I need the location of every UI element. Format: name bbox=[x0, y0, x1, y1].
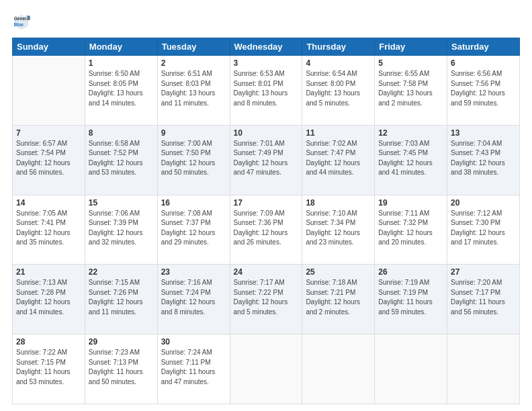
day-info: Sunrise: 6:58 AMSunset: 7:52 PMDaylight:… bbox=[89, 139, 154, 178]
day-info: Sunrise: 7:02 AMSunset: 7:47 PMDaylight:… bbox=[306, 139, 371, 178]
calendar-week-row: 1Sunrise: 6:50 AMSunset: 8:05 PMDaylight… bbox=[13, 56, 520, 126]
calendar-week-row: 7Sunrise: 6:57 AMSunset: 7:54 PMDaylight… bbox=[13, 125, 520, 195]
calendar-day-cell: 19Sunrise: 7:11 AMSunset: 7:32 PMDayligh… bbox=[375, 195, 447, 265]
logo-icon: General Blue bbox=[12, 12, 31, 31]
header: General Blue bbox=[12, 12, 520, 31]
day-info: Sunrise: 7:18 AMSunset: 7:21 PMDaylight:… bbox=[306, 278, 371, 317]
day-number: 25 bbox=[306, 267, 371, 277]
day-number: 22 bbox=[89, 267, 154, 277]
calendar-week-row: 14Sunrise: 7:05 AMSunset: 7:41 PMDayligh… bbox=[13, 195, 520, 265]
calendar-col-tuesday: Tuesday bbox=[157, 38, 230, 56]
calendar-day-cell: 7Sunrise: 6:57 AMSunset: 7:54 PMDaylight… bbox=[13, 125, 85, 195]
day-number: 23 bbox=[161, 267, 226, 277]
day-info: Sunrise: 7:17 AMSunset: 7:22 PMDaylight:… bbox=[234, 278, 299, 317]
calendar-day-cell: 5Sunrise: 6:55 AMSunset: 7:58 PMDaylight… bbox=[375, 56, 447, 126]
calendar-col-wednesday: Wednesday bbox=[230, 38, 302, 56]
calendar-col-thursday: Thursday bbox=[302, 38, 375, 56]
day-info: Sunrise: 6:56 AMSunset: 7:56 PMDaylight:… bbox=[451, 69, 516, 108]
calendar-day-cell: 22Sunrise: 7:15 AMSunset: 7:26 PMDayligh… bbox=[85, 265, 157, 334]
calendar-day-cell bbox=[230, 334, 302, 404]
calendar-day-cell: 12Sunrise: 7:03 AMSunset: 7:45 PMDayligh… bbox=[375, 125, 447, 195]
day-number: 7 bbox=[16, 128, 81, 138]
calendar-day-cell: 26Sunrise: 7:19 AMSunset: 7:19 PMDayligh… bbox=[375, 265, 447, 334]
calendar-day-cell: 16Sunrise: 7:08 AMSunset: 7:37 PMDayligh… bbox=[157, 195, 230, 265]
day-info: Sunrise: 6:57 AMSunset: 7:54 PMDaylight:… bbox=[16, 139, 81, 178]
day-info: Sunrise: 7:08 AMSunset: 7:37 PMDaylight:… bbox=[161, 209, 226, 248]
calendar-day-cell: 28Sunrise: 7:22 AMSunset: 7:15 PMDayligh… bbox=[13, 334, 85, 404]
day-info: Sunrise: 7:03 AMSunset: 7:45 PMDaylight:… bbox=[378, 139, 443, 178]
day-info: Sunrise: 7:11 AMSunset: 7:32 PMDaylight:… bbox=[378, 209, 443, 248]
day-number: 3 bbox=[234, 58, 299, 68]
day-info: Sunrise: 7:05 AMSunset: 7:41 PMDaylight:… bbox=[16, 209, 81, 248]
day-number: 5 bbox=[378, 58, 443, 68]
page: General Blue SundayMondayTuesdayWednesda… bbox=[0, 0, 532, 411]
day-info: Sunrise: 7:22 AMSunset: 7:15 PMDaylight:… bbox=[16, 348, 81, 387]
day-info: Sunrise: 7:06 AMSunset: 7:39 PMDaylight:… bbox=[89, 209, 154, 248]
calendar-day-cell bbox=[302, 334, 375, 404]
calendar-day-cell bbox=[375, 334, 447, 404]
calendar-day-cell: 25Sunrise: 7:18 AMSunset: 7:21 PMDayligh… bbox=[302, 265, 375, 334]
calendar-day-cell: 11Sunrise: 7:02 AMSunset: 7:47 PMDayligh… bbox=[302, 125, 375, 195]
day-number: 12 bbox=[378, 128, 443, 138]
day-number: 29 bbox=[89, 337, 154, 347]
calendar-day-cell: 17Sunrise: 7:09 AMSunset: 7:36 PMDayligh… bbox=[230, 195, 302, 265]
calendar-col-sunday: Sunday bbox=[13, 38, 85, 56]
day-number: 6 bbox=[451, 58, 516, 68]
day-number: 2 bbox=[161, 58, 226, 68]
day-number: 21 bbox=[16, 267, 81, 277]
day-number: 30 bbox=[161, 337, 226, 347]
calendar-day-cell: 27Sunrise: 7:20 AMSunset: 7:17 PMDayligh… bbox=[447, 265, 520, 334]
day-info: Sunrise: 6:51 AMSunset: 8:03 PMDaylight:… bbox=[161, 69, 226, 108]
calendar-table: SundayMondayTuesdayWednesdayThursdayFrid… bbox=[12, 38, 520, 404]
calendar-day-cell: 29Sunrise: 7:23 AMSunset: 7:13 PMDayligh… bbox=[85, 334, 157, 404]
day-info: Sunrise: 7:12 AMSunset: 7:30 PMDaylight:… bbox=[451, 209, 516, 248]
calendar-day-cell bbox=[13, 56, 85, 126]
day-info: Sunrise: 7:23 AMSunset: 7:13 PMDaylight:… bbox=[89, 348, 154, 387]
day-number: 9 bbox=[161, 128, 226, 138]
day-info: Sunrise: 7:20 AMSunset: 7:17 PMDaylight:… bbox=[451, 278, 516, 317]
calendar-col-friday: Friday bbox=[375, 38, 447, 56]
day-info: Sunrise: 7:09 AMSunset: 7:36 PMDaylight:… bbox=[234, 209, 299, 248]
calendar-day-cell: 2Sunrise: 6:51 AMSunset: 8:03 PMDaylight… bbox=[157, 56, 230, 126]
day-number: 20 bbox=[451, 198, 516, 208]
calendar-day-cell: 21Sunrise: 7:13 AMSunset: 7:28 PMDayligh… bbox=[13, 265, 85, 334]
day-info: Sunrise: 7:16 AMSunset: 7:24 PMDaylight:… bbox=[161, 278, 226, 317]
calendar-day-cell: 8Sunrise: 6:58 AMSunset: 7:52 PMDaylight… bbox=[85, 125, 157, 195]
calendar-header-row: SundayMondayTuesdayWednesdayThursdayFrid… bbox=[13, 38, 520, 56]
calendar-day-cell: 14Sunrise: 7:05 AMSunset: 7:41 PMDayligh… bbox=[13, 195, 85, 265]
day-info: Sunrise: 7:01 AMSunset: 7:49 PMDaylight:… bbox=[234, 139, 299, 178]
calendar-col-monday: Monday bbox=[85, 38, 157, 56]
day-number: 28 bbox=[16, 337, 81, 347]
day-number: 11 bbox=[306, 128, 371, 138]
day-number: 27 bbox=[451, 267, 516, 277]
day-number: 24 bbox=[234, 267, 299, 277]
day-number: 10 bbox=[234, 128, 299, 138]
day-info: Sunrise: 7:00 AMSunset: 7:50 PMDaylight:… bbox=[161, 139, 226, 178]
calendar-day-cell: 20Sunrise: 7:12 AMSunset: 7:30 PMDayligh… bbox=[447, 195, 520, 265]
calendar-day-cell bbox=[447, 334, 520, 404]
day-info: Sunrise: 6:54 AMSunset: 8:00 PMDaylight:… bbox=[306, 69, 371, 108]
day-number: 15 bbox=[89, 198, 154, 208]
day-number: 18 bbox=[306, 198, 371, 208]
day-number: 8 bbox=[89, 128, 154, 138]
calendar-day-cell: 3Sunrise: 6:53 AMSunset: 8:01 PMDaylight… bbox=[230, 56, 302, 126]
calendar-col-saturday: Saturday bbox=[447, 38, 520, 56]
day-number: 4 bbox=[306, 58, 371, 68]
calendar-week-row: 21Sunrise: 7:13 AMSunset: 7:28 PMDayligh… bbox=[13, 265, 520, 334]
calendar-day-cell: 4Sunrise: 6:54 AMSunset: 8:00 PMDaylight… bbox=[302, 56, 375, 126]
day-number: 13 bbox=[451, 128, 516, 138]
day-number: 16 bbox=[161, 198, 226, 208]
day-number: 17 bbox=[234, 198, 299, 208]
day-info: Sunrise: 6:53 AMSunset: 8:01 PMDaylight:… bbox=[234, 69, 299, 108]
day-info: Sunrise: 6:55 AMSunset: 7:58 PMDaylight:… bbox=[378, 69, 443, 108]
calendar-day-cell: 18Sunrise: 7:10 AMSunset: 7:34 PMDayligh… bbox=[302, 195, 375, 265]
day-info: Sunrise: 7:24 AMSunset: 7:11 PMDaylight:… bbox=[161, 348, 226, 387]
day-info: Sunrise: 6:50 AMSunset: 8:05 PMDaylight:… bbox=[89, 69, 154, 108]
day-info: Sunrise: 7:13 AMSunset: 7:28 PMDaylight:… bbox=[16, 278, 81, 317]
calendar-day-cell: 10Sunrise: 7:01 AMSunset: 7:49 PMDayligh… bbox=[230, 125, 302, 195]
calendar-day-cell: 13Sunrise: 7:04 AMSunset: 7:43 PMDayligh… bbox=[447, 125, 520, 195]
day-number: 1 bbox=[89, 58, 154, 68]
calendar-day-cell: 30Sunrise: 7:24 AMSunset: 7:11 PMDayligh… bbox=[157, 334, 230, 404]
calendar-day-cell: 6Sunrise: 6:56 AMSunset: 7:56 PMDaylight… bbox=[447, 56, 520, 126]
day-number: 26 bbox=[378, 267, 443, 277]
